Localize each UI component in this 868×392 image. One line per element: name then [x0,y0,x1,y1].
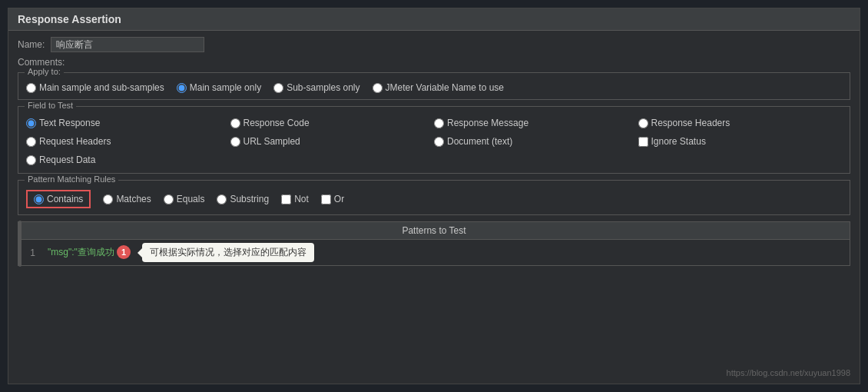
name-row: Name: [18,37,850,52]
field-to-test-section: Field to Test Text Response Response Cod… [18,106,850,174]
radio-matches-label: Matches [116,194,151,204]
apply-to-legend: Apply to: [25,67,64,76]
radio-main-and-sub-label: Main sample and sub-samples [39,82,164,93]
radio-contains-label: Contains [47,194,83,204]
pattern-value: "msg":"查询成功 [48,247,114,257]
radio-request-headers[interactable]: Request Headers [26,135,230,148]
pattern-matching-section: Pattern Matching Rules Contains Matches [18,180,850,215]
comments-label: Comments: [18,57,65,68]
checkbox-or[interactable]: Or [321,194,344,204]
name-label: Name: [18,39,45,50]
radio-main-only-label: Main sample only [190,82,261,93]
contains-box: Contains [26,190,91,208]
radio-response-code[interactable]: Response Code [230,116,435,130]
radio-sub-only-label: Sub-samples only [287,82,359,93]
radio-response-headers[interactable]: Response Headers [638,116,843,130]
radio-equals[interactable]: Equals [164,194,205,204]
radio-url-sampled-label: URL Sampled [244,136,300,147]
comments-row: Comments: [18,57,850,68]
radio-url-sampled[interactable]: URL Sampled [230,135,435,148]
radio-document-text-label: Document (text) [447,136,512,147]
radio-response-headers-label: Response Headers [651,118,731,128]
watermark: https://blog.csdn.net/xuyuan1998 [727,368,850,377]
pattern-matching-rules-group: Contains Matches Equals Substring [26,190,842,208]
radio-response-message[interactable]: Response Message [434,116,638,130]
radio-text-response[interactable]: Text Response [26,116,230,130]
panel-title: Response Assertion [8,8,860,31]
radio-document-text[interactable]: Document (text) [434,135,638,148]
row-number: 1 [18,240,41,265]
left-bar [18,221,22,267]
radio-request-data-label: Request Data [39,154,95,165]
radio-equals-label: Equals [177,194,205,204]
apply-to-radio-group: Main sample and sub-samples Main sample … [26,82,842,93]
radio-contains[interactable]: Contains [34,194,83,204]
radio-main-only[interactable]: Main sample only [177,82,261,93]
checkbox-or-label: Or [334,194,344,204]
radio-matches[interactable]: Matches [103,194,151,204]
radio-jmeter-var-label: JMeter Variable Name to use [386,82,505,93]
radio-jmeter-var[interactable]: JMeter Variable Name to use [373,82,505,93]
checkbox-ignore-status[interactable]: Ignore Status [638,135,843,148]
table-row: 1 "msg":"查询成功 1 可根据实际情况，选择对应的匹配内容 [18,240,850,265]
response-assertion-panel: Response Assertion Name: Comments: Apply… [8,8,860,384]
apply-to-section: Apply to: Main sample and sub-samples Ma… [18,72,850,100]
checkbox-not-label: Not [294,194,309,204]
tooltip-text: 可根据实际情况，选择对应的匹配内容 [142,243,314,262]
radio-substring-label: Substring [230,194,269,204]
name-input[interactable] [51,37,204,52]
checkbox-not[interactable]: Not [281,194,309,204]
field-to-test-grid: Text Response Response Code Response Mes… [26,116,842,167]
radio-request-headers-label: Request Headers [39,136,111,147]
patterns-table: 1 "msg":"查询成功 1 可根据实际情况，选择对应的匹配内容 [18,240,850,265]
radio-substring[interactable]: Substring [217,194,269,204]
radio-sub-only[interactable]: Sub-samples only [273,82,359,93]
radio-response-message-label: Response Message [447,118,528,128]
pattern-cell: "msg":"查询成功 1 可根据实际情况，选择对应的匹配内容 [41,240,850,265]
checkbox-ignore-status-label: Ignore Status [651,136,706,147]
patterns-to-test-section: Patterns to Test 1 "msg":"查询成功 1 可根据实际情况… [18,221,850,266]
radio-main-and-sub[interactable]: Main sample and sub-samples [26,82,164,93]
pattern-matching-legend: Pattern Matching Rules [25,174,118,184]
radio-response-code-label: Response Code [244,118,310,128]
patterns-to-test-header: Patterns to Test [18,222,850,240]
radio-text-response-label: Text Response [39,118,100,128]
radio-request-data[interactable]: Request Data [26,153,230,167]
tooltip-badge: 1 [117,245,131,259]
field-to-test-legend: Field to Test [25,101,76,110]
